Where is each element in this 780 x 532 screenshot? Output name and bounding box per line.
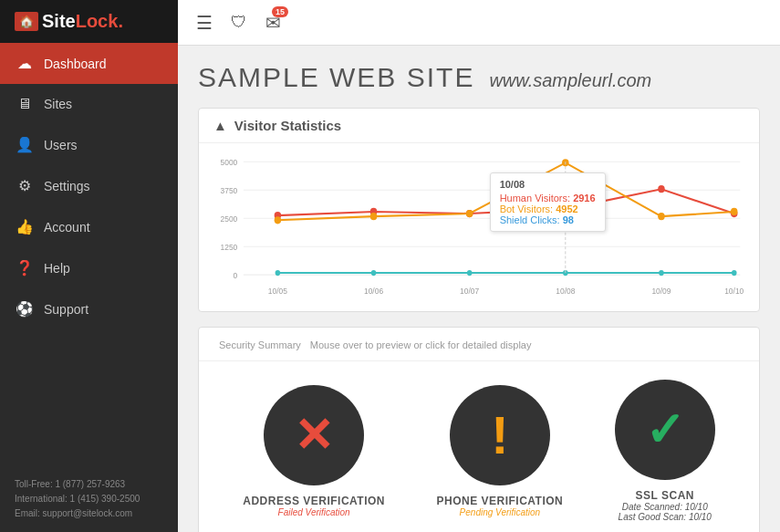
dashboard-icon: ☁ (15, 55, 35, 72)
svg-text:10/09: 10/09 (651, 286, 671, 295)
exclaim-icon: ! (491, 409, 508, 462)
svg-text:10/07: 10/07 (460, 286, 479, 295)
sidebar-item-help[interactable]: ❓ Help (0, 247, 178, 288)
sidebar-contact: Toll-Free: 1 (877) 257-9263 Internationa… (0, 466, 178, 532)
page-url: www.sampleurl.com (489, 70, 651, 91)
main-content: ☰ 🛡 ✉ 15 SAMPLE WEB SITE www.sampleurl.c… (178, 0, 780, 532)
svg-text:5000: 5000 (221, 158, 238, 167)
contact-tollfree: Toll-Free: 1 (877) 257-9263 (15, 477, 163, 492)
monitor-icon: 🖥 (15, 96, 35, 112)
svg-point-29 (371, 270, 377, 276)
logo-text-lock: Lock (76, 11, 119, 32)
logo-area: 🏠 SiteLock. (0, 0, 178, 43)
svg-text:0: 0 (234, 271, 238, 280)
ssl-label: SSL SCAN Date Scanned: 10/10 Last Good S… (619, 489, 712, 522)
collapse-icon[interactable]: ▲ (213, 118, 227, 133)
settings-icon: ⚙ (15, 177, 35, 194)
phone-label: PHONE VERIFICATION Pending Verification (437, 495, 564, 517)
svg-point-33 (732, 270, 737, 276)
sidebar-item-label: Support (44, 302, 88, 317)
visitor-chart: 5000 3750 2500 1250 0 10/05 10/06 (213, 154, 744, 300)
visitor-stats-title: Visitor Statistics (234, 118, 341, 133)
sidebar-item-label: Help (44, 261, 70, 276)
svg-text:10/05: 10/05 (268, 286, 287, 295)
content-area: SAMPLE WEB SITE www.sampleurl.com ▲ Visi… (178, 46, 780, 532)
help-icon: ❓ (15, 259, 35, 276)
svg-text:10/06: 10/06 (364, 286, 383, 295)
sidebar-item-label: Users (44, 138, 78, 152)
svg-point-26 (658, 213, 665, 220)
svg-point-27 (731, 208, 738, 215)
sidebar-item-account[interactable]: 👍 Account (0, 206, 178, 247)
chart-container: 5000 3750 2500 1250 0 10/05 10/06 (213, 154, 744, 300)
visitor-stats-header: ▲ Visitor Statistics (199, 109, 759, 143)
sidebar: 🏠 SiteLock. ☁ Dashboard 🖥 Sites 👤 Users … (0, 0, 178, 532)
sidebar-item-label: Settings (44, 179, 90, 193)
svg-text:2500: 2500 (221, 214, 238, 224)
ssl-circle: ✓ (615, 380, 715, 480)
security-item-phone[interactable]: ! PHONE VERIFICATION Pending Verificatio… (437, 385, 564, 517)
sidebar-item-label: Sites (44, 97, 72, 111)
sidebar-item-dashboard[interactable]: ☁ Dashboard (0, 43, 178, 84)
users-icon: 👤 (15, 136, 35, 153)
sidebar-item-label: Dashboard (44, 57, 107, 71)
check-icon: ✓ (645, 406, 685, 454)
logo-text-site: Site (42, 11, 76, 32)
account-icon: 👍 (15, 218, 35, 235)
security-summary-card: Security Summary Mouse over to preview o… (198, 327, 760, 532)
sidebar-item-users[interactable]: 👤 Users (0, 124, 178, 165)
svg-point-23 (370, 213, 378, 220)
svg-text:1250: 1250 (221, 243, 238, 252)
svg-point-24 (466, 210, 473, 217)
logo-dot: . (118, 11, 123, 32)
svg-point-32 (659, 270, 664, 276)
svg-point-30 (467, 270, 473, 276)
mail-badge: 15 (272, 6, 288, 17)
security-summary-title: Security Summary Mouse over to preview o… (213, 337, 531, 351)
page-title-area: SAMPLE WEB SITE www.sampleurl.com (198, 62, 760, 93)
security-item-address[interactable]: ✕ ADDRESS VERIFICATION Failed Verificati… (243, 385, 385, 517)
address-circle: ✕ (264, 385, 364, 485)
svg-point-20 (658, 185, 665, 193)
address-label: ADDRESS VERIFICATION Failed Verification (243, 495, 385, 517)
contact-email: Email: support@sitelock.com (15, 506, 163, 521)
sidebar-item-sites[interactable]: 🖥 Sites (0, 84, 178, 124)
visitor-stats-body: 5000 3750 2500 1250 0 10/05 10/06 (199, 143, 759, 311)
svg-text:3750: 3750 (221, 186, 238, 195)
sidebar-item-settings[interactable]: ⚙ Settings (0, 165, 178, 206)
security-items: ✕ ADDRESS VERIFICATION Failed Verificati… (199, 361, 759, 532)
page-title: SAMPLE WEB SITE (198, 62, 474, 93)
svg-point-22 (275, 216, 282, 224)
support-icon: ⚽ (15, 300, 35, 318)
menu-icon[interactable]: ☰ (196, 12, 213, 34)
phone-circle: ! (450, 385, 550, 485)
shield-icon[interactable]: 🛡 (231, 13, 247, 32)
svg-text:10/10: 10/10 (724, 286, 744, 295)
topbar: ☰ 🛡 ✉ 15 (178, 0, 780, 46)
svg-point-28 (276, 270, 281, 276)
mail-icon[interactable]: ✉ 15 (265, 12, 281, 34)
contact-international: International: 1 (415) 390-2500 (15, 492, 163, 506)
logo-icon: 🏠 (15, 12, 38, 31)
visitor-stats-card: ▲ Visitor Statistics 5000 3750 2500 1250… (198, 108, 760, 312)
svg-text:10/08: 10/08 (556, 286, 575, 295)
sidebar-item-support[interactable]: ⚽ Support (0, 288, 178, 329)
sidebar-item-label: Account (44, 220, 90, 235)
security-item-ssl[interactable]: ✓ SSL SCAN Date Scanned: 10/10 Last Good… (615, 380, 715, 522)
x-icon: ✕ (294, 412, 334, 459)
security-summary-header: Security Summary Mouse over to preview o… (199, 328, 759, 361)
